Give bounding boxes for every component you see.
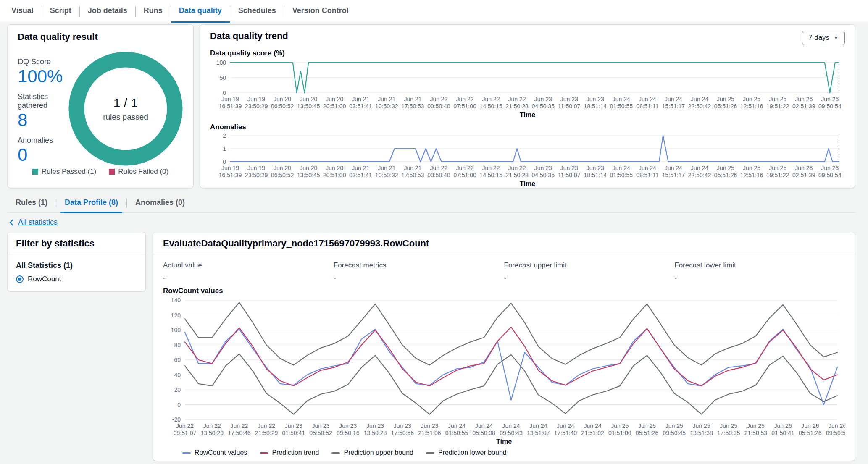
time-range-select[interactable]: 7 days ▼: [802, 31, 845, 45]
svg-text:13:50:45: 13:50:45: [297, 172, 320, 178]
svg-text:09:50:54: 09:50:54: [818, 172, 842, 178]
svg-text:08:51:11: 08:51:11: [636, 172, 659, 178]
legend-label: Prediction upper bound: [344, 449, 413, 456]
svg-text:21:50:28: 21:50:28: [505, 172, 529, 178]
svg-text:Jun 22: Jun 22: [482, 165, 500, 171]
legend-label: Prediction trend: [272, 449, 319, 456]
all-statistics-link[interactable]: All statistics: [9, 218, 58, 227]
chart-legend-item[interactable]: Prediction upper bound: [331, 449, 413, 456]
svg-text:21:50:28: 21:50:28: [505, 103, 529, 110]
job-tabbar: Visual Script Job details Runs Data qual…: [0, 0, 868, 23]
svg-text:Jun 26: Jun 26: [795, 165, 813, 171]
chart-legend-item[interactable]: RowCount values: [182, 449, 247, 456]
stat-statistics-gathered: Statistics gathered 8: [18, 92, 68, 129]
svg-text:120: 120: [171, 312, 181, 319]
svg-text:08:51:11: 08:51:11: [636, 103, 659, 110]
svg-text:05:50:38: 05:50:38: [473, 430, 496, 436]
svg-text:13:51:38: 13:51:38: [690, 430, 713, 436]
legend-line-swatch: [331, 452, 340, 454]
subtab-rules[interactable]: Rules (1): [7, 194, 56, 212]
svg-text:15:51:17: 15:51:17: [662, 103, 685, 110]
svg-text:03:51:41: 03:51:41: [349, 172, 372, 178]
svg-text:Jun 24: Jun 24: [639, 96, 656, 102]
svg-text:01:50:55: 01:50:55: [610, 172, 633, 178]
svg-text:01:50:55: 01:50:55: [445, 430, 468, 436]
tab-runs[interactable]: Runs: [136, 0, 171, 23]
svg-text:Jun 22: Jun 22: [176, 422, 194, 429]
statistic-radio-rowcount[interactable]: RowCount: [16, 275, 137, 283]
legend-label: Rules Failed (0): [118, 168, 168, 176]
svg-text:Jun 22: Jun 22: [456, 96, 473, 102]
svg-text:18:51:14: 18:51:14: [584, 172, 607, 178]
svg-text:Jun 23: Jun 23: [366, 422, 384, 429]
anomalies-line-chart: 012Jun 1916:51:39Jun 1923:50:29Jun 2006:…: [210, 132, 845, 181]
stat-label: Statistics gathered: [18, 92, 68, 110]
chart-legend-item[interactable]: Prediction trend: [260, 449, 319, 456]
tab-schedules[interactable]: Schedules: [230, 0, 284, 23]
legend-line-swatch: [260, 452, 268, 454]
stat-value: 100%: [18, 67, 68, 86]
svg-text:Jun 23: Jun 23: [339, 422, 357, 429]
tab-job-details[interactable]: Job details: [80, 0, 135, 23]
svg-text:Jun 25: Jun 25: [769, 96, 786, 102]
svg-text:Jun 19: Jun 19: [221, 165, 239, 171]
svg-text:Jun 21: Jun 21: [378, 96, 395, 102]
tab-label: Data quality: [179, 6, 222, 15]
data-quality-trend-card: Data quality trend 7 days ▼ Data quality…: [200, 24, 855, 188]
svg-text:50: 50: [219, 74, 226, 81]
data-quality-page: Visual Script Job details Runs Data qual…: [0, 0, 868, 464]
chevron-left-icon: [9, 219, 15, 226]
svg-text:Jun 21: Jun 21: [352, 96, 369, 102]
stat-dq-score: DQ Score 100%: [18, 58, 68, 86]
subtab-anomalies[interactable]: Anomalies (0): [127, 194, 193, 212]
tab-data-quality[interactable]: Data quality: [171, 0, 230, 23]
svg-text:02:51:39: 02:51:39: [792, 103, 815, 110]
svg-text:05:51:26: 05:51:26: [636, 430, 659, 436]
svg-text:Jun 24: Jun 24: [557, 422, 574, 429]
tab-visual[interactable]: Visual: [3, 0, 42, 23]
subtab-data-profile[interactable]: Data Profile (8): [56, 194, 126, 212]
forecast-metrics-row: Actual value - Forecast metrics - Foreca…: [153, 255, 855, 284]
svg-text:Jun 24: Jun 24: [448, 422, 466, 429]
result-card-body: DQ Score 100% Statistics gathered 8 Anom…: [18, 52, 183, 166]
svg-text:Jun 20: Jun 20: [326, 96, 343, 102]
time-range-value: 7 days: [808, 34, 829, 42]
svg-text:Jun 24: Jun 24: [529, 422, 547, 429]
svg-text:07:51:00: 07:51:00: [453, 172, 476, 178]
svg-text:Jun 22: Jun 22: [203, 422, 221, 429]
svg-text:01:50:55: 01:50:55: [610, 103, 633, 110]
legend-line-swatch: [182, 452, 191, 454]
chart-legend-item[interactable]: Prediction lower bound: [426, 449, 507, 456]
metric-value: -: [504, 274, 675, 283]
rowcount-line-chart: -20020406080100120140Jun 2209:51:07Jun 2…: [163, 296, 845, 439]
svg-text:04:50:35: 04:50:35: [531, 172, 555, 178]
stat-value: 8: [18, 111, 68, 129]
metric-label: Forecast metrics: [334, 261, 504, 270]
svg-text:Jun 25: Jun 25: [769, 165, 786, 171]
tab-version-control[interactable]: Version Control: [284, 0, 357, 23]
legend-rules-failed[interactable]: Rules Failed (0): [109, 168, 168, 176]
svg-text:09:50:45: 09:50:45: [663, 430, 686, 436]
svg-text:Jun 26: Jun 26: [774, 422, 792, 429]
svg-text:Jun 22: Jun 22: [456, 165, 473, 171]
svg-text:Jun 24: Jun 24: [691, 165, 708, 171]
svg-text:14:50:15: 14:50:15: [479, 103, 502, 110]
svg-text:10:50:32: 10:50:32: [375, 172, 398, 178]
svg-text:Jun 25: Jun 25: [611, 422, 629, 429]
svg-text:14:50:15: 14:50:15: [479, 172, 502, 178]
legend-rules-passed[interactable]: Rules Passed (1): [32, 168, 96, 176]
svg-text:06:50:52: 06:50:52: [271, 172, 294, 178]
stat-label: Anomalies: [18, 136, 68, 145]
svg-text:05:51:26: 05:51:26: [799, 430, 822, 436]
metric-forecast-metrics: Forecast metrics -: [334, 261, 504, 283]
svg-text:Jun 22: Jun 22: [482, 96, 500, 102]
dq-score-line-chart: 050100Jun 1916:51:39Jun 1923:50:29Jun 20…: [210, 58, 845, 112]
svg-text:23:50:29: 23:50:29: [245, 103, 268, 110]
svg-text:Jun 24: Jun 24: [665, 96, 682, 102]
svg-text:07:51:00: 07:51:00: [453, 103, 476, 110]
filter-by-statistics-card: Filter by statistics All Statistics (1) …: [7, 232, 146, 291]
svg-text:01:50:41: 01:50:41: [282, 430, 305, 436]
tab-script[interactable]: Script: [42, 0, 79, 23]
stat-anomalies: Anomalies 0: [18, 136, 68, 164]
metric-actual-value: Actual value -: [163, 261, 334, 283]
